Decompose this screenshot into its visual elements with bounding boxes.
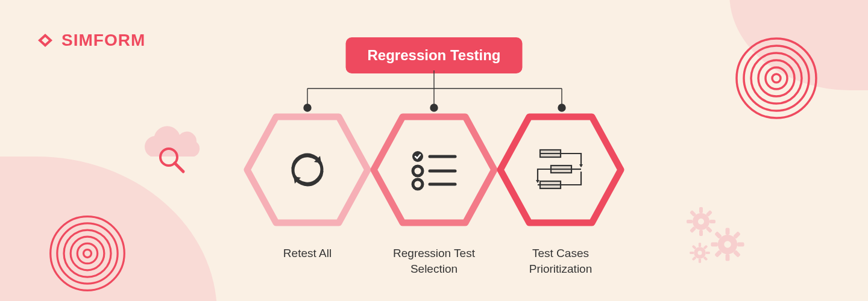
hex-item-retest-all: Retest All [241, 110, 374, 276]
flowchart-icon [534, 146, 587, 193]
svg-line-43 [175, 163, 183, 172]
svg-point-0 [737, 39, 816, 118]
svg-point-7 [57, 223, 118, 284]
svg-point-53 [413, 166, 423, 176]
diagram-title: Regression Testing [346, 37, 523, 73]
svg-rect-17 [709, 220, 715, 223]
hex-item-prioritization: Test Cases Prioritization [494, 110, 627, 276]
svg-point-3 [758, 60, 794, 96]
svg-point-11 [84, 250, 92, 258]
svg-rect-27 [737, 243, 744, 247]
svg-rect-15 [699, 230, 703, 236]
svg-rect-24 [726, 228, 730, 235]
svg-rect-35 [699, 259, 701, 263]
svg-point-1 [744, 46, 809, 111]
concentric-circles-decoration [734, 36, 819, 123]
svg-point-10 [77, 243, 97, 263]
svg-rect-36 [690, 252, 694, 254]
svg-point-13 [698, 219, 704, 225]
svg-point-4 [766, 67, 787, 89]
svg-point-23 [724, 241, 731, 248]
svg-rect-37 [706, 252, 710, 254]
svg-rect-25 [726, 254, 730, 261]
simform-logo-icon [35, 30, 55, 51]
svg-rect-16 [687, 220, 693, 223]
svg-point-33 [698, 251, 702, 255]
hex-label: Test Cases Prioritization [500, 246, 621, 276]
hex-shape [494, 110, 627, 230]
hex-shape [368, 110, 500, 230]
svg-rect-14 [699, 207, 703, 213]
gears-decoration [684, 205, 753, 270]
hex-label: Retest All [283, 246, 332, 261]
svg-point-54 [413, 179, 423, 189]
checklist-icon [409, 148, 459, 191]
hex-item-selection: Regression Test Selection [367, 110, 501, 276]
brand-logo: SIMFORM [35, 30, 145, 51]
hex-label: Regression Test Selection [374, 246, 494, 276]
hex-shape [241, 110, 374, 230]
cloud-search-decoration [133, 123, 205, 183]
brand-name: SIMFORM [61, 31, 145, 50]
svg-point-6 [51, 217, 125, 291]
hex-row: Retest All Regression Test Selection [241, 110, 627, 276]
svg-point-9 [71, 237, 104, 270]
svg-rect-34 [699, 243, 701, 247]
svg-point-5 [772, 74, 781, 82]
refresh-icon [284, 146, 331, 193]
diagram-title-text: Regression Testing [368, 47, 501, 63]
tree-connector [229, 70, 639, 113]
svg-rect-26 [711, 243, 718, 247]
concentric-circles-decoration-2 [48, 214, 127, 295]
